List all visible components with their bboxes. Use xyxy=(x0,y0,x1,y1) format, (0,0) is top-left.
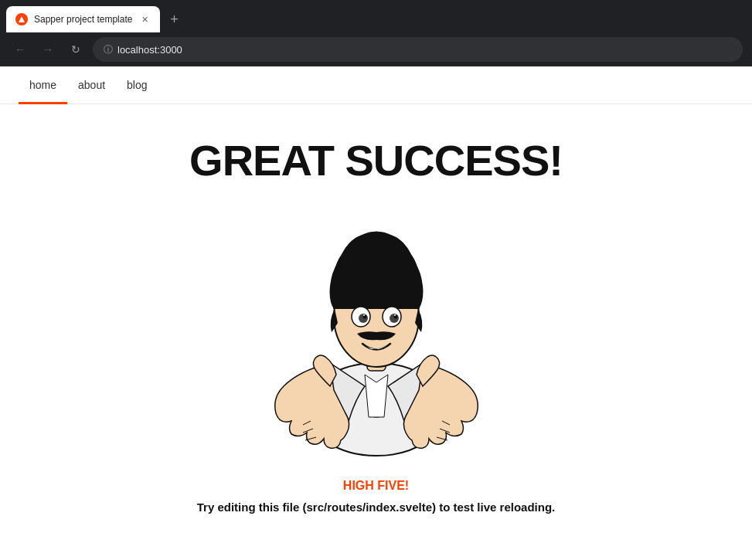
address-bar: ← → ↻ ⓘ localhost:3000 xyxy=(0,32,752,66)
svg-point-10 xyxy=(394,314,396,316)
borat-illustration xyxy=(230,209,523,463)
page-content: home about blog GREAT SUCCESS! xyxy=(0,66,752,560)
active-tab[interactable]: Sapper project template ✕ xyxy=(6,6,160,32)
browser-chrome: Sapper project template ✕ + ← → ↻ ⓘ loca… xyxy=(0,0,752,66)
reload-button[interactable]: ↻ xyxy=(65,39,87,60)
tab-favicon xyxy=(15,13,28,25)
new-tab-button[interactable]: + xyxy=(163,8,185,30)
back-button[interactable]: ← xyxy=(9,39,31,60)
tab-close-button[interactable]: ✕ xyxy=(138,13,151,25)
high-five-text: HIGH FIVE! xyxy=(343,479,409,493)
svg-point-9 xyxy=(363,314,365,316)
nav-blog[interactable]: blog xyxy=(116,66,158,104)
forward-button[interactable]: → xyxy=(37,39,59,60)
url-text: localhost:3000 xyxy=(117,44,182,56)
tab-bar: Sapper project template ✕ + xyxy=(0,0,752,32)
edit-hint-text: Try editing this file (src/routes/index.… xyxy=(197,501,555,514)
nav-about[interactable]: about xyxy=(67,66,116,104)
page-heading: GREAT SUCCESS! xyxy=(189,135,563,185)
url-bar[interactable]: ⓘ localhost:3000 xyxy=(93,37,743,62)
site-nav: home about blog xyxy=(0,66,752,104)
info-icon: ⓘ xyxy=(104,43,113,56)
main-content: GREAT SUCCESS! xyxy=(0,104,752,545)
tab-title: Sapper project template xyxy=(34,14,132,25)
nav-home[interactable]: home xyxy=(19,66,67,104)
svg-point-5 xyxy=(359,314,368,323)
svg-point-6 xyxy=(390,314,399,323)
